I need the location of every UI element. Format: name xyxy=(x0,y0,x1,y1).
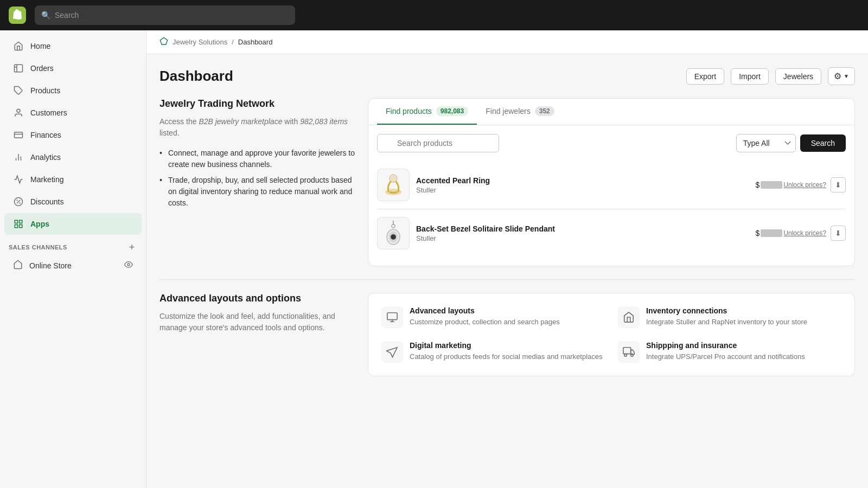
price-blur-2 xyxy=(761,229,782,237)
svg-rect-16 xyxy=(15,225,17,228)
eye-icon xyxy=(124,260,133,271)
sidebar-item-marketing[interactable]: Marketing xyxy=(4,169,142,190)
feature-title-digital-marketing: Digital marketing xyxy=(410,341,603,350)
svg-point-18 xyxy=(127,264,130,266)
search-button[interactable]: Search xyxy=(800,134,846,152)
svg-rect-29 xyxy=(387,313,397,320)
inventory-connections-icon xyxy=(618,306,640,328)
tab-find-jewelers[interactable]: Find jewelers 352 xyxy=(477,99,563,125)
product-info-1: Accented Pearl Ring Stuller xyxy=(416,176,749,194)
advanced-layouts-description: Customize the look and feel, add functio… xyxy=(159,311,355,333)
sidebar-item-customers[interactable]: Customers xyxy=(4,102,142,124)
svg-rect-15 xyxy=(20,220,22,223)
sidebar-label-home: Home xyxy=(30,42,50,50)
topbar-search[interactable]: 🔍 xyxy=(35,5,295,25)
import-button[interactable]: Import xyxy=(731,68,769,85)
svg-rect-32 xyxy=(623,348,631,354)
product-search-input[interactable] xyxy=(377,134,499,152)
trading-network-panel: Jewelry Trading Network Access the B2B j… xyxy=(159,98,355,266)
search-input-wrap: 🔍 xyxy=(377,134,732,152)
find-jewelers-label: Find jewelers xyxy=(486,107,530,115)
bullet-item-2: Trade, dropship, buy, and sell selected … xyxy=(159,172,355,211)
sidebar-item-finances[interactable]: Finances xyxy=(4,124,142,146)
svg-point-33 xyxy=(624,354,627,357)
dashboard: Dashboard Export Import Jewelers ⚙ ▼ Jew… xyxy=(146,54,868,389)
sidebar-label-apps: Apps xyxy=(30,220,49,228)
price-display-2: $ Unlock prices? xyxy=(756,229,827,237)
shipping-insurance-icon xyxy=(618,341,640,363)
breadcrumb: Jewelry Solutions / Dashboard xyxy=(146,30,868,54)
feature-desc-inventory: Integrate Stuller and RapNet inventory t… xyxy=(646,317,807,327)
sidebar-item-products[interactable]: Products xyxy=(4,80,142,101)
sidebar-label-analytics: Analytics xyxy=(30,153,61,162)
topbar-search-input[interactable] xyxy=(55,11,289,20)
advanced-layouts-title: Advanced layouts and options xyxy=(159,293,355,304)
svg-point-34 xyxy=(631,354,634,357)
sidebar-item-analytics[interactable]: Analytics xyxy=(4,146,142,168)
sidebar-label-finances: Finances xyxy=(30,131,61,139)
svg-rect-17 xyxy=(20,225,22,228)
products-icon xyxy=(13,85,24,96)
sidebar-item-apps[interactable]: Apps xyxy=(4,213,142,235)
feature-text-shipping: Shippping and insurance Integrate UPS/Pa… xyxy=(646,341,805,362)
product-thumb-1 xyxy=(377,169,410,201)
export-button[interactable]: Export xyxy=(686,68,724,85)
feature-title-advanced-layouts: Advanced layouts xyxy=(410,306,560,315)
svg-rect-5 xyxy=(15,132,23,138)
breadcrumb-store: Jewelry Solutions xyxy=(173,38,227,46)
product-vendor-2: Stuller xyxy=(416,234,749,242)
section-divider xyxy=(159,279,855,280)
price-blur-1 xyxy=(761,181,782,189)
product-name-2: Back-Set Bezel Solitaire Slide Pendant xyxy=(416,224,749,233)
type-select[interactable]: Type All Rings Pendants Earrings xyxy=(736,134,796,152)
svg-point-28 xyxy=(392,235,395,239)
product-info-2: Back-Set Bezel Solitaire Slide Pendant S… xyxy=(416,224,749,242)
customers-icon xyxy=(13,107,24,118)
add-sales-channel-button[interactable]: + xyxy=(126,242,137,253)
download-button-2[interactable]: ⬇ xyxy=(831,226,846,241)
sidebar-item-orders[interactable]: Orders xyxy=(4,57,142,79)
feature-text-inventory: Inventory connections Integrate Stuller … xyxy=(646,306,807,327)
feature-digital-marketing: Digital marketing Catalog of products fe… xyxy=(381,341,605,363)
topbar: 🔍 xyxy=(0,0,868,30)
find-jewelers-count: 352 xyxy=(535,106,554,116)
unlock-link-2[interactable]: Unlock prices? xyxy=(783,229,826,237)
chevron-down-icon: ▼ xyxy=(844,73,849,79)
product-item-2: Back-Set Bezel Solitaire Slide Pendant S… xyxy=(377,209,846,257)
online-store-label: Online Store xyxy=(29,261,72,270)
svg-marker-19 xyxy=(160,37,167,44)
top-two-col: Jewelry Trading Network Access the B2B j… xyxy=(159,98,855,266)
product-price-1: $ Unlock prices? ⬇ xyxy=(756,177,846,192)
svg-point-4 xyxy=(17,109,20,112)
price-display-1: $ Unlock prices? xyxy=(756,181,827,189)
advanced-layouts-panel: Advanced layouts and options Customize t… xyxy=(159,293,355,376)
sidebar-item-home[interactable]: Home xyxy=(4,35,142,57)
trading-card: Find products 982,083 Find jewelers 352 … xyxy=(368,98,855,266)
trading-network-title: Jewelry Trading Network xyxy=(159,98,355,110)
feature-inventory-connections: Inventory connections Integrate Stuller … xyxy=(618,306,841,328)
feature-cards: Advanced layouts Customize product, coll… xyxy=(368,293,855,376)
sidebar-item-online-store[interactable]: Online Store xyxy=(4,255,142,275)
orders-icon xyxy=(13,63,24,74)
tab-find-products[interactable]: Find products 982,083 xyxy=(377,99,477,125)
feature-text-advanced-layouts: Advanced layouts Customize product, coll… xyxy=(410,306,560,327)
header-actions: Export Import Jewelers ⚙ ▼ xyxy=(686,67,855,85)
main-content: Jewelry Solutions / Dashboard Dashboard … xyxy=(146,30,868,488)
discounts-icon xyxy=(13,196,24,207)
dashboard-header: Dashboard Export Import Jewelers ⚙ ▼ xyxy=(159,67,855,85)
sidebar-item-discounts[interactable]: Discounts xyxy=(4,191,142,213)
download-button-1[interactable]: ⬇ xyxy=(831,177,846,192)
breadcrumb-current: Dashboard xyxy=(238,38,273,46)
feature-desc-digital-marketing: Catalog of products feeds for social med… xyxy=(410,352,603,362)
product-tabs: Find products 982,083 Find jewelers 352 xyxy=(368,99,854,125)
settings-button[interactable]: ⚙ ▼ xyxy=(828,67,855,85)
jewelers-button[interactable]: Jewelers xyxy=(775,68,821,85)
store-icon xyxy=(13,260,23,271)
feature-desc-advanced-layouts: Customize product, collection and search… xyxy=(410,317,560,327)
product-name-1: Accented Pearl Ring xyxy=(416,176,749,185)
dashboard-title: Dashboard xyxy=(159,68,233,85)
unlock-link-1[interactable]: Unlock prices? xyxy=(783,181,826,189)
product-item-1: Accented Pearl Ring Stuller $ Unlock pri… xyxy=(377,161,846,209)
product-search-row: 🔍 Type All Rings Pendants Earrings Searc… xyxy=(368,125,854,161)
product-price-2: $ Unlock prices? ⬇ xyxy=(756,226,846,241)
